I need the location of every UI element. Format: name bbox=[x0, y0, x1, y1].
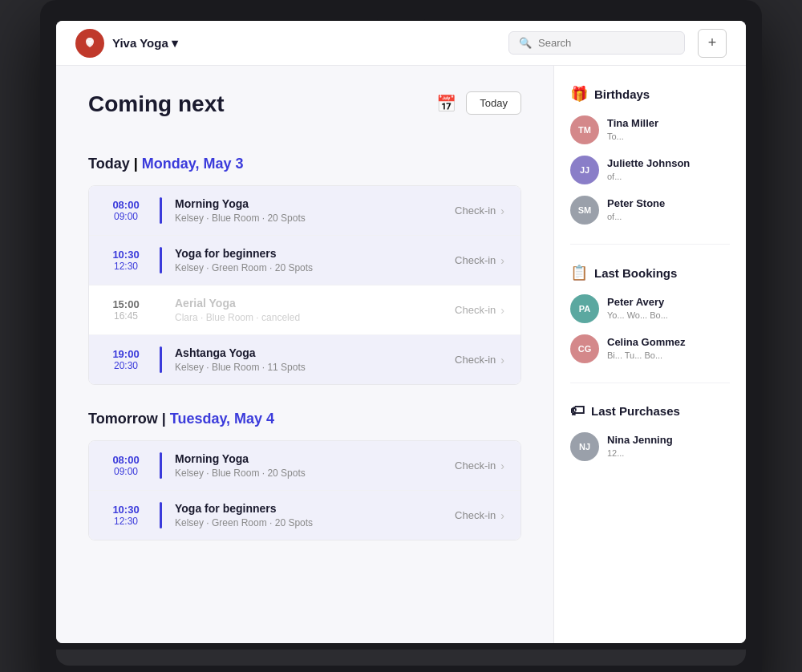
header-row: Coming next 📅 Today bbox=[88, 91, 521, 136]
time-start: 08:00 bbox=[105, 454, 147, 466]
active-bar bbox=[160, 452, 162, 479]
today-schedule: 08:0009:00Morning YogaKelsey · Blue Room… bbox=[88, 185, 521, 385]
birthdays-section: 🎁 Birthdays TMTina MillerTo...JJJuliette… bbox=[554, 85, 746, 225]
person-sub: To... bbox=[607, 131, 658, 142]
content-area: Coming next 📅 Today Today | Monday, May … bbox=[56, 66, 553, 643]
search-bar[interactable]: 🔍 bbox=[508, 31, 685, 55]
class-details: Kelsey · Blue Room · 20 Spots bbox=[175, 468, 455, 479]
class-name: Yoga for beginners bbox=[175, 247, 455, 260]
tomorrow-separator: | bbox=[162, 411, 170, 427]
add-button[interactable]: + bbox=[698, 29, 727, 58]
checkin-label: Check-in bbox=[455, 254, 496, 266]
person-info: Juliette Johnsonof... bbox=[607, 157, 690, 182]
time-block: 10:3012:30 bbox=[105, 249, 147, 272]
time-end: 16:45 bbox=[105, 310, 147, 322]
time-end: 09:00 bbox=[105, 211, 147, 222]
purchases-title: 🏷 Last Purchases bbox=[570, 403, 730, 419]
time-start: 08:00 bbox=[105, 199, 147, 211]
today-separator: | bbox=[134, 156, 142, 172]
active-bar bbox=[160, 247, 162, 273]
class-info: Yoga for beginnersKelsey · Green Room · … bbox=[175, 247, 455, 273]
purchases-section: 🏷 Last Purchases NJNina Jenning12... bbox=[554, 403, 746, 461]
sidebar: 🎁 Birthdays TMTina MillerTo...JJJuliette… bbox=[553, 66, 746, 643]
person-row[interactable]: TMTina MillerTo... bbox=[570, 115, 730, 144]
avatar: JJ bbox=[570, 156, 599, 184]
today-header: Today | Monday, May 3 bbox=[88, 156, 521, 172]
person-row[interactable]: PAPeter AveryYo... Wo... Bo... bbox=[570, 294, 730, 323]
time-start: 10:30 bbox=[105, 504, 147, 516]
tomorrow-label: Tomorrow bbox=[88, 411, 158, 427]
birthdays-title: 🎁 Birthdays bbox=[570, 85, 730, 103]
bookings-icon: 📋 bbox=[570, 264, 588, 281]
checkin-button[interactable]: Check-in› bbox=[455, 509, 504, 522]
class-name: Aerial Yoga bbox=[175, 297, 455, 310]
search-input[interactable] bbox=[538, 37, 674, 49]
class-info: Yoga for beginnersKelsey · Green Room · … bbox=[175, 502, 455, 528]
tomorrow-header: Tomorrow | Tuesday, May 4 bbox=[88, 411, 521, 427]
schedule-row[interactable]: 08:0009:00Morning YogaKelsey · Blue Room… bbox=[89, 186, 520, 236]
checkin-button[interactable]: Check-in› bbox=[455, 304, 504, 317]
person-row[interactable]: SMPeter Stoneof... bbox=[570, 196, 730, 225]
person-row[interactable]: CGCelina GommezBi... Tu... Bo... bbox=[570, 334, 730, 363]
checkin-label: Check-in bbox=[455, 509, 496, 521]
chevron-right-icon: › bbox=[500, 354, 504, 366]
today-button[interactable]: Today bbox=[466, 91, 521, 115]
time-end: 20:30 bbox=[105, 360, 147, 371]
avatar: CG bbox=[570, 334, 599, 363]
checkin-button[interactable]: Check-in› bbox=[455, 254, 504, 267]
search-icon: 🔍 bbox=[519, 37, 532, 49]
calendar-toolbar: 📅 Today bbox=[436, 91, 521, 115]
purchases-icon: 🏷 bbox=[570, 403, 585, 419]
birthday-icon: 🎁 bbox=[570, 85, 588, 103]
time-end: 09:00 bbox=[105, 466, 147, 477]
person-info: Tina MillerTo... bbox=[607, 117, 658, 142]
schedule-row[interactable]: 19:0020:30Ashtanga YogaKelsey · Blue Roo… bbox=[89, 335, 520, 384]
person-name: Tina Miller bbox=[607, 117, 658, 131]
checkin-button[interactable]: Check-in› bbox=[455, 204, 504, 217]
schedule-row[interactable]: 10:3012:30Yoga for beginnersKelsey · Gre… bbox=[89, 236, 520, 285]
person-row[interactable]: JJJuliette Johnsonof... bbox=[570, 156, 730, 184]
schedule-row[interactable]: 15:0016:45Aerial YogaClara · Blue Room ·… bbox=[89, 285, 520, 335]
time-block: 08:0009:00 bbox=[105, 454, 147, 477]
brand-name[interactable]: Yiva Yoga ▾ bbox=[112, 36, 178, 51]
divider-2 bbox=[570, 383, 730, 383]
class-info: Morning YogaKelsey · Blue Room · 20 Spot… bbox=[175, 197, 455, 224]
chevron-right-icon: › bbox=[500, 459, 504, 472]
checkin-button[interactable]: Check-in› bbox=[455, 459, 504, 472]
person-info: Peter AveryYo... Wo... Bo... bbox=[607, 296, 668, 321]
person-name: Nina Jenning bbox=[607, 434, 673, 447]
class-name: Morning Yoga bbox=[175, 452, 455, 465]
top-bar: Yiva Yoga ▾ 🔍 + bbox=[56, 21, 746, 66]
time-end: 12:30 bbox=[105, 516, 147, 527]
calendar-icon[interactable]: 📅 bbox=[436, 94, 456, 113]
logo-area: Yiva Yoga ▾ bbox=[75, 29, 178, 58]
bookings-section: 📋 Last Bookings PAPeter AveryYo... Wo...… bbox=[554, 264, 746, 363]
schedule-row[interactable]: 10:3012:30Yoga for beginnersKelsey · Gre… bbox=[89, 491, 520, 540]
class-info: Morning YogaKelsey · Blue Room · 20 Spot… bbox=[175, 452, 455, 479]
class-name: Ashtanga Yoga bbox=[175, 346, 455, 359]
active-bar bbox=[160, 297, 162, 323]
time-start: 15:00 bbox=[105, 298, 147, 310]
class-name: Yoga for beginners bbox=[175, 502, 455, 515]
person-sub: Bi... Tu... Bo... bbox=[607, 350, 686, 361]
laptop-base bbox=[56, 650, 746, 666]
schedule-row[interactable]: 08:0009:00Morning YogaKelsey · Blue Room… bbox=[89, 441, 520, 491]
person-row[interactable]: NJNina Jenning12... bbox=[570, 432, 730, 461]
tomorrow-date: Tuesday, May 4 bbox=[170, 411, 274, 427]
time-start: 10:30 bbox=[105, 249, 147, 261]
class-name: Morning Yoga bbox=[175, 197, 455, 210]
person-sub: 12... bbox=[607, 447, 673, 459]
tomorrow-schedule: 08:0009:00Morning YogaKelsey · Blue Room… bbox=[88, 440, 521, 540]
laptop-frame: Yiva Yoga ▾ 🔍 + Coming next 📅 bbox=[40, 0, 762, 672]
avatar: SM bbox=[570, 196, 599, 225]
class-info: Ashtanga YogaKelsey · Blue Room · 11 Spo… bbox=[175, 346, 455, 373]
class-details: Clara · Blue Room · canceled bbox=[175, 312, 455, 323]
checkin-button[interactable]: Check-in› bbox=[455, 354, 504, 366]
birthdays-list: TMTina MillerTo...JJJuliette Johnsonof..… bbox=[570, 115, 730, 225]
time-end: 12:30 bbox=[105, 261, 147, 272]
person-info: Nina Jenning12... bbox=[607, 434, 673, 459]
class-details: Kelsey · Blue Room · 11 Spots bbox=[175, 362, 455, 373]
time-block: 19:0020:30 bbox=[105, 348, 147, 371]
person-sub: Yo... Wo... Bo... bbox=[607, 310, 668, 321]
today-date: Monday, May 3 bbox=[142, 156, 244, 172]
